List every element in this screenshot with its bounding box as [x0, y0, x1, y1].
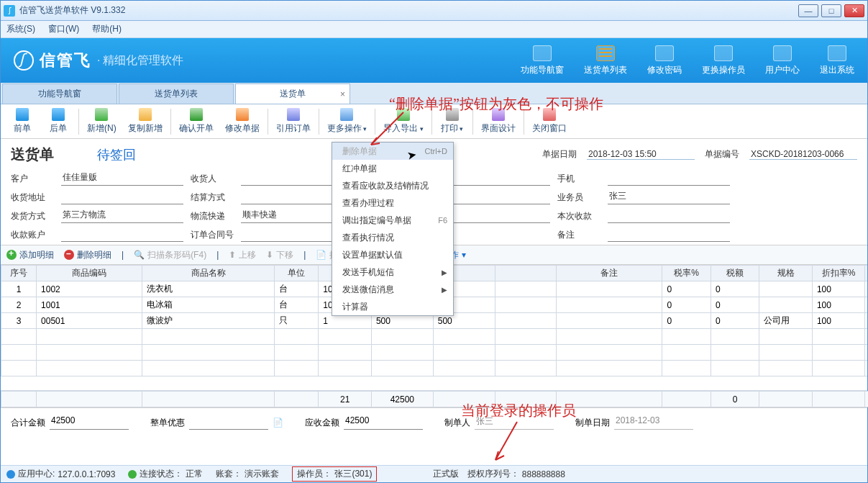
menu-bar: 系统(S) 窗口(W) 帮助(H) [1, 21, 867, 38]
col-header[interactable]: 折扣单价 [865, 266, 867, 281]
col-header[interactable]: 规格 [759, 266, 813, 281]
tab-close-icon[interactable]: × [340, 89, 345, 99]
menu-item-exec[interactable]: 查看执行情况 [332, 229, 453, 246]
tab-delivery[interactable]: 送货单× [235, 83, 350, 104]
quick-nav[interactable]: 功能导航窗 [521, 45, 564, 76]
this-pay-field[interactable] [608, 209, 730, 223]
delete-line-button[interactable]: 删除明细 [64, 249, 111, 261]
reference-order-button[interactable]: 引用订单 [271, 106, 316, 137]
add-line-button[interactable]: 添加明细 [6, 249, 54, 261]
menu-windows[interactable]: 窗口(W) [48, 23, 79, 35]
sales-field[interactable]: 张三 [608, 190, 730, 204]
menu-item-def[interactable]: 设置单据默认值 [332, 246, 453, 263]
tab-list[interactable]: 送货单列表 [119, 83, 234, 104]
move-up-button[interactable]: ⬆ 上移 [229, 249, 256, 261]
address-field[interactable] [61, 190, 183, 204]
ship-method-field[interactable]: 第三方物流 [61, 209, 183, 223]
quick-user-center[interactable]: 用户中心 [765, 45, 800, 76]
minus-circle-icon [64, 250, 74, 260]
quick-switch-user[interactable]: 更换操作员 [702, 45, 745, 76]
operator-box: 操作员：张三(301) [292, 466, 377, 482]
remark-field[interactable] [608, 227, 730, 242]
discount-toggle-icon[interactable]: 📄 [273, 417, 283, 428]
footer-summary: 合计金额42500 整单优惠📄 应收金额42500 制单人张三 制单日期2018… [1, 407, 867, 437]
connection-ok-icon [128, 470, 137, 479]
book-value: 演示账套 [245, 468, 279, 480]
col-header[interactable]: 单位 [275, 266, 319, 281]
window-title: 信管飞送货单软件 V9.1.332 [19, 4, 125, 17]
make-date-field: 2018-12-03 [614, 415, 693, 430]
next-doc-button[interactable]: 后单 [41, 106, 76, 137]
menu-item-proc[interactable]: 查看办理过程 [332, 194, 453, 212]
col-header[interactable] [495, 266, 557, 281]
doc-no-field[interactable]: XSCKD-20181203-0066 [749, 149, 857, 160]
col-header[interactable]: 商品编码 [37, 266, 142, 281]
app-banner: 信管飞 · 精细化管理软件 功能导航窗 送货单列表 修改密码 更换操作员 用户中… [1, 38, 867, 83]
quick-password[interactable]: 修改密码 [647, 45, 682, 76]
receivable-field[interactable]: 42500 [344, 415, 423, 430]
plus-icon [95, 108, 108, 121]
doc-date-label: 单据日期 [542, 148, 577, 161]
col-header[interactable]: 序号 [1, 266, 37, 281]
menu-help[interactable]: 帮助(H) [92, 23, 122, 35]
brand-subtitle: 精细化管理软件 [103, 53, 183, 68]
tab-nav[interactable]: 功能导航窗 [2, 83, 117, 104]
menu-item-sms[interactable]: 发送手机短信▶ [332, 263, 453, 281]
menu-item-ar[interactable]: 查看应收款及结销情况 [332, 177, 453, 194]
link-icon [287, 108, 300, 121]
window-close-button[interactable]: ✕ [844, 4, 864, 17]
prev-doc-button[interactable]: 前单 [5, 106, 40, 137]
confirm-button[interactable]: 确认开单 [174, 106, 219, 137]
pencil-icon [236, 108, 249, 121]
col-header[interactable]: 商品名称 [142, 266, 275, 281]
menu-item-goto[interactable]: 调出指定编号单据F6 [332, 212, 453, 229]
globe-icon [773, 45, 792, 61]
menu-item-calc[interactable]: 计算器 [332, 298, 453, 315]
power-icon [828, 45, 846, 61]
col-header[interactable]: 折扣率% [812, 266, 865, 281]
menu-system[interactable]: 系统(S) [6, 23, 35, 35]
copy-icon [139, 108, 152, 121]
new-button[interactable]: 新增(N) [82, 106, 122, 137]
annotation-top: “删除单据”按钮为灰色，不可操作 [389, 94, 603, 114]
doc-status: 待签回 [97, 146, 136, 163]
whole-discount-field[interactable] [189, 415, 268, 430]
customer-field[interactable]: 佳佳量贩 [61, 171, 183, 186]
mobile-field[interactable] [608, 171, 730, 186]
annotation-bottom: 当前登录的操作员 [461, 401, 576, 420]
total-amount-field[interactable]: 42500 [50, 415, 129, 430]
col-header[interactable]: 税率% [662, 266, 711, 281]
table-row[interactable] [1, 361, 868, 376]
swap-icon [714, 45, 733, 61]
key-icon [655, 45, 674, 61]
status-bar: 应用中心:127.0.0.1:7093 连接状态：正常 账套：演示账套 操作员：… [1, 465, 867, 482]
app-center-icon [6, 470, 15, 479]
plus-circle-icon [6, 250, 17, 260]
annotation-arrow-top-icon [364, 109, 407, 152]
doc-date-field[interactable]: 2018-12-03 15:50 [587, 149, 695, 160]
quick-list[interactable]: 送货单列表 [584, 45, 627, 76]
col-header[interactable]: 税额 [711, 266, 759, 281]
brand-name: 信管飞 [40, 50, 91, 71]
menu-item-wx[interactable]: 发送微信消息▶ [332, 281, 453, 298]
app-logo-icon: ʃ [4, 5, 15, 17]
list-icon [596, 45, 615, 61]
connection-value: 正常 [186, 468, 203, 480]
minimize-button[interactable]: — [798, 4, 818, 17]
arrow-left-icon [16, 108, 29, 121]
col-header[interactable]: 备注 [557, 266, 662, 281]
maximize-button[interactable]: □ [821, 4, 841, 17]
edit-button[interactable]: 修改单据 [220, 106, 265, 137]
doc-title: 送货单 [11, 145, 54, 164]
copy-new-button[interactable]: 复制新增 [123, 106, 168, 137]
move-down-button[interactable]: ⬇ 下移 [266, 249, 293, 261]
annotation-arrow-bottom-icon [488, 418, 531, 465]
table-row[interactable] [1, 329, 868, 345]
menu-item-red[interactable]: 红冲单据 [332, 160, 453, 177]
quick-exit[interactable]: 退出系统 [820, 45, 854, 76]
account-field[interactable] [61, 227, 183, 242]
scan-barcode-button[interactable]: 🔍 扫描条形码(F4) [134, 249, 206, 261]
table-row[interactable] [1, 345, 868, 361]
license-value: 888888888 [522, 469, 565, 479]
brand-dot: · [97, 54, 100, 67]
